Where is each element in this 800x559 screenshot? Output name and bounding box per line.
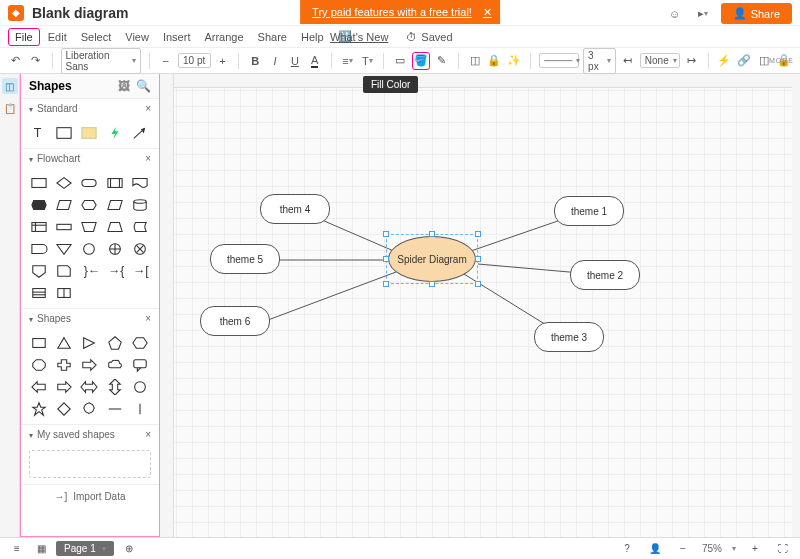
- fc-document[interactable]: [130, 174, 150, 192]
- fc-decision[interactable]: [54, 174, 74, 192]
- align-button[interactable]: ≡▾: [340, 52, 356, 70]
- share-button[interactable]: 👤Share: [721, 3, 792, 24]
- shape-fill-preview[interactable]: ▭: [392, 52, 408, 70]
- present-icon[interactable]: ▸▾: [693, 4, 713, 24]
- fc-stored[interactable]: [130, 218, 150, 236]
- fx-button[interactable]: ⚡: [717, 52, 733, 70]
- fc-brace-l[interactable]: →{: [105, 262, 125, 280]
- menu-file[interactable]: File: [8, 28, 40, 46]
- menu-view[interactable]: View: [119, 29, 155, 45]
- fullscreen-icon[interactable]: ⛶: [774, 540, 792, 558]
- fc-bracket[interactable]: →[: [130, 262, 150, 280]
- fc-card[interactable]: [54, 218, 74, 236]
- node-them6[interactable]: them 6: [200, 306, 270, 336]
- section-saved-close[interactable]: ×: [145, 429, 151, 440]
- menu-insert[interactable]: Insert: [157, 29, 197, 45]
- font-select[interactable]: Liberation Sans▾: [61, 48, 141, 74]
- menu-help[interactable]: Help: [295, 29, 330, 45]
- fc-connector[interactable]: [79, 240, 99, 258]
- fc-hex[interactable]: [79, 196, 99, 214]
- sh-rect[interactable]: [29, 334, 49, 352]
- document-title[interactable]: Blank diagram: [32, 5, 128, 21]
- sh-line-v[interactable]: [130, 400, 150, 418]
- sh-cross[interactable]: [54, 356, 74, 374]
- line-end-left[interactable]: ↤: [620, 52, 636, 70]
- fc-offpage[interactable]: [29, 262, 49, 280]
- node-theme5[interactable]: theme 5: [210, 244, 280, 274]
- fc-predef[interactable]: [105, 174, 125, 192]
- redo-button[interactable]: ↷: [28, 52, 44, 70]
- sh-arrow-r[interactable]: [79, 356, 99, 374]
- fc-note[interactable]: [54, 262, 74, 280]
- fc-process[interactable]: [29, 174, 49, 192]
- import-data[interactable]: →] Import Data: [21, 484, 159, 508]
- footer-grid-icon[interactable]: ▦: [32, 540, 50, 558]
- shape-rect-filled[interactable]: [79, 124, 99, 142]
- border-color-button[interactable]: ✎: [434, 52, 450, 70]
- fill-color-button[interactable]: 🪣: [412, 52, 430, 70]
- font-size-inc[interactable]: +: [215, 52, 231, 70]
- sh-hex[interactable]: [130, 334, 150, 352]
- section-flowchart[interactable]: ▾Flowchart×: [21, 148, 159, 168]
- trial-banner[interactable]: Try paid features with a free trial! ✕: [300, 0, 500, 24]
- fc-sum[interactable]: [130, 240, 150, 258]
- section-saved[interactable]: ▾My saved shapes×: [21, 424, 159, 444]
- sh-tri-r[interactable]: [79, 334, 99, 352]
- menu-share[interactable]: Share: [252, 29, 293, 45]
- panel-image-icon[interactable]: 🖼: [118, 79, 130, 93]
- section-flowchart-close[interactable]: ×: [145, 153, 151, 164]
- sh-callout[interactable]: [130, 356, 150, 374]
- text-options-button[interactable]: T▾: [359, 52, 375, 70]
- menu-arrange[interactable]: Arrange: [198, 29, 249, 45]
- line-style[interactable]: ────▾: [539, 53, 579, 68]
- menu-whats-new[interactable]: What's New: [330, 31, 388, 43]
- sh-arrow-l2[interactable]: [29, 378, 49, 396]
- panel-search-icon[interactable]: 🔍: [136, 79, 151, 93]
- fc-terminator[interactable]: [79, 174, 99, 192]
- toolbar-more[interactable]: MORE: [769, 57, 794, 64]
- fc-display[interactable]: [29, 196, 49, 214]
- fc-data[interactable]: [54, 196, 74, 214]
- fc-internal[interactable]: [29, 218, 49, 236]
- zoom-value[interactable]: 75%: [702, 543, 722, 554]
- footer-help-icon[interactable]: ?: [618, 540, 636, 558]
- menu-select[interactable]: Select: [75, 29, 118, 45]
- fc-manual[interactable]: [79, 218, 99, 236]
- font-size-dec[interactable]: −: [158, 52, 174, 70]
- fc-trap[interactable]: [105, 218, 125, 236]
- zoom-in[interactable]: +: [746, 540, 764, 558]
- lock-button[interactable]: 🔒: [487, 52, 503, 70]
- section-standard-close[interactable]: ×: [145, 103, 151, 114]
- underline-button[interactable]: U: [287, 52, 303, 70]
- line-end-right[interactable]: ↦: [684, 52, 700, 70]
- scrollbar-v[interactable]: [792, 74, 800, 537]
- sh-arrow-r2[interactable]: [54, 378, 74, 396]
- zoom-out[interactable]: −: [674, 540, 692, 558]
- sh-pent[interactable]: [105, 334, 125, 352]
- arrow-style[interactable]: None▾: [640, 53, 680, 68]
- sh-oct[interactable]: [29, 356, 49, 374]
- add-page-button[interactable]: ⊕: [120, 540, 138, 558]
- section-shapes-close[interactable]: ×: [145, 313, 151, 324]
- menu-saved[interactable]: ⏱ Saved: [406, 31, 452, 43]
- shape-arrow[interactable]: [130, 124, 150, 142]
- fc-delay[interactable]: [29, 240, 49, 258]
- fc-cylinder[interactable]: [130, 196, 150, 214]
- italic-button[interactable]: I: [267, 52, 283, 70]
- fc-or[interactable]: [105, 240, 125, 258]
- trial-banner-close[interactable]: ✕: [483, 6, 492, 19]
- saved-shapes-drop[interactable]: [29, 450, 151, 478]
- footer-list-icon[interactable]: ≡: [8, 540, 26, 558]
- shape-rect[interactable]: [54, 124, 74, 142]
- text-color-button[interactable]: A: [307, 52, 323, 70]
- side-tab-shapes[interactable]: ◫: [2, 78, 18, 94]
- sh-diamond[interactable]: [54, 400, 74, 418]
- side-tab-clipboard[interactable]: 📋: [2, 100, 18, 116]
- menu-edit[interactable]: Edit: [42, 29, 73, 45]
- shape-text[interactable]: T: [29, 124, 49, 142]
- line-width[interactable]: 3 px▾: [583, 48, 616, 74]
- fc-swim[interactable]: [54, 284, 74, 302]
- sh-badge[interactable]: [79, 400, 99, 418]
- fc-merge[interactable]: [54, 240, 74, 258]
- canvas[interactable]: them 4 theme 5 them 6 theme 1 theme 2 th…: [160, 74, 800, 537]
